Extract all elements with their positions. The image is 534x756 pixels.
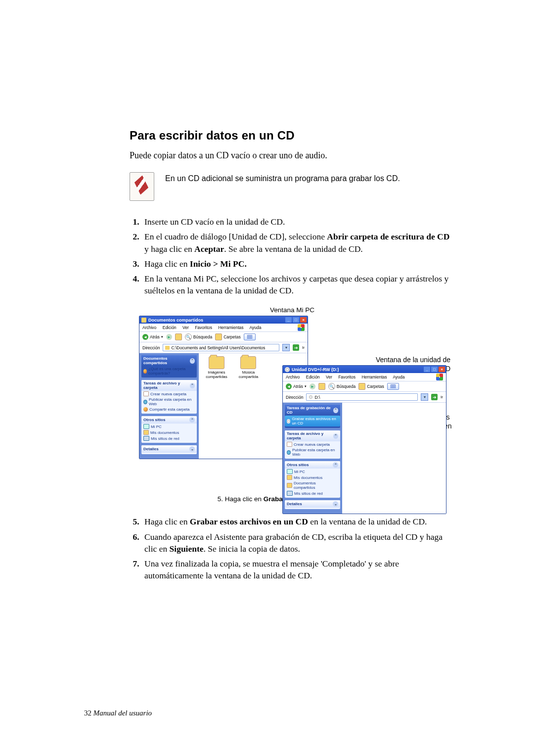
expand-icon[interactable]: ⌄ [333,501,338,507]
back-button[interactable]: ◄Atrás▾ [286,383,307,389]
step-5: Haga clic en Grabar estos archivos en un… [141,516,455,527]
window-cd-drive: Unidad DVD+/-RW (D:) _ □ × Archivo Edici… [282,365,446,514]
views-button[interactable] [244,333,256,340]
page-footer: 32 Manual del usuario [84,709,152,717]
search-button[interactable]: 🔍Búsqueda [185,333,212,340]
panel-file-tasks: Tareas de archivo y carpeta⌃ Crear nueva… [141,380,197,414]
panel-details: Detalles⌄ [141,445,197,454]
panel-other-places: Otros sitios⌃ Mi PC Mis documentos Docum… [285,461,340,498]
pencil-note-icon [130,172,154,201]
menu-ayuda[interactable]: Ayuda [249,325,261,330]
menubar[interactable]: Archivo Edición Ver Favoritos Herramient… [283,373,446,381]
link-burn-cd[interactable]: Grabar estos archivos en un CD [285,416,340,426]
link-publish-web[interactable]: Publicar esta carpeta en Web [285,447,340,457]
link-new-folder[interactable]: Crear nueva carpeta [141,391,197,397]
link-mis-docs[interactable]: Mis documentos [285,474,340,480]
collapse-icon[interactable]: ⌃ [333,408,338,413]
panel-cd-tasks: Tareas de grabación de CD⌃ Grabar estos … [285,405,340,428]
content-area[interactable] [342,403,446,514]
address-input[interactable]: C:\Documents and Settings\All Users\Docu… [163,344,279,351]
menu-ayuda[interactable]: Ayuda [393,375,404,379]
panel-details: Detalles⌄ [285,500,340,509]
menu-archivo[interactable]: Archivo [286,375,300,379]
panel-other-places: Otros sitios⌃ Mi PC Mis documentos Mis s… [141,416,197,443]
forward-button[interactable]: ► [310,383,315,389]
steps-list-1: Inserte un CD vacío en la unidad de CD. … [130,216,455,296]
menu-ver[interactable]: Ver [182,325,189,330]
address-bar: Dirección D:\ ▾ ➔ Ir [283,392,446,403]
address-dropdown[interactable]: ▾ [282,344,290,351]
folders-button[interactable]: Carpetas [358,383,384,390]
note-callout: En un CD adicional se suministra un prog… [130,172,455,201]
address-label: Dirección [286,395,303,400]
toolbar: ◄Atrás▾ ► 🔍Búsqueda Carpetas [139,332,308,342]
forward-button[interactable]: ► [166,334,172,340]
folder-icon [209,356,224,369]
link-mi-pc[interactable]: Mi PC [141,424,197,429]
search-button[interactable]: 🔍Búsqueda [328,383,356,390]
go-button[interactable]: ➔ [431,394,438,400]
link-publish-web[interactable]: Publicar esta carpeta en Web [141,397,197,407]
folder-icon [240,356,256,369]
collapse-icon[interactable]: ⌃ [190,358,195,364]
minimize-button[interactable]: _ [424,367,430,372]
address-dropdown[interactable]: ▾ [421,393,428,401]
page-number: 32 [84,709,91,717]
menu-edicion[interactable]: Edición [163,325,177,330]
menu-favoritos[interactable]: Favoritos [338,375,356,379]
views-button[interactable] [387,383,399,390]
step-3: Haga clic en Inicio > Mi PC. [141,258,455,270]
address-bar: Dirección C:\Documents and Settings\All … [139,342,308,353]
link-share-folder[interactable]: Compartir esta carpeta [141,407,197,412]
figure: Ventana Mi PC Ventana de la unidad de CD… [139,306,445,504]
folder-imagenes[interactable]: Imágenes compartidas [202,356,231,379]
maximize-button[interactable]: □ [293,317,299,323]
menu-edicion[interactable]: Edición [306,375,320,379]
step-6: Cuando aparezca el Asistente para grabac… [141,531,455,555]
menu-archivo[interactable]: Archivo [142,325,156,330]
collapse-icon[interactable]: ⌃ [333,433,338,439]
collapse-icon[interactable]: ⌃ [189,417,195,423]
titlebar[interactable]: Documentos compartidos _ □ × [139,316,308,324]
address-input[interactable]: D:\ [306,393,418,401]
back-button[interactable]: ◄Atrás▾ [142,334,163,340]
menubar[interactable]: Archivo Edición Ver Favoritos Herramient… [139,324,308,332]
up-button[interactable] [318,383,325,390]
menu-ver[interactable]: Ver [326,375,332,379]
menu-herramientas[interactable]: Herramientas [361,375,387,379]
step-4: En la ventana Mi PC, seleccione los arch… [141,273,455,296]
windows-flag-icon [298,324,305,331]
folder-musica[interactable]: Música compartida [233,356,263,379]
link-network[interactable]: Mis sitios de red [141,435,197,441]
link-shared-docs[interactable]: Documentos compartidos [285,480,340,490]
link-new-folder[interactable]: Crear nueva carpeta [285,441,340,447]
step-2: En el cuadro de diálogo [Unidad de CD], … [141,231,455,254]
expand-icon[interactable]: ⌄ [189,446,195,452]
link-mi-pc[interactable]: Mi PC [285,469,340,474]
figure-title-a: Ventana Mi PC [139,306,445,314]
link-mis-docs[interactable]: Mis documentos [141,429,197,435]
folder-icon [141,318,146,323]
panel-file-tasks: Tareas de archivo y carpeta⌃ Crear nueva… [285,430,340,459]
close-button[interactable]: × [439,367,445,372]
disc-icon [309,395,313,399]
tasks-sidebar: Documentos compartidos⌃ ¿Qué es una carp… [139,353,199,459]
link-network[interactable]: Mis sitios de red [285,490,340,496]
maximize-button[interactable]: □ [431,367,438,372]
close-button[interactable]: × [300,317,307,323]
go-button[interactable]: ➔ [293,344,299,351]
folders-button[interactable]: Carpetas [215,333,241,340]
tasks-sidebar: Tareas de grabación de CD⌃ Grabar estos … [283,403,342,514]
titlebar[interactable]: Unidad DVD+/-RW (D:) _ □ × [283,366,446,373]
menu-favoritos[interactable]: Favoritos [195,325,212,330]
collapse-icon[interactable]: ⌃ [190,383,195,388]
minimize-button[interactable]: _ [285,317,292,323]
menu-herramientas[interactable]: Herramientas [218,325,243,330]
up-button[interactable] [175,333,182,340]
steps-list-2: Haga clic en Grabar estos archivos en un… [130,516,455,581]
intro-text: Puede copiar datos a un CD vacío o crear… [130,149,455,161]
link-what-shared[interactable]: ¿Qué es una carpeta compartida? [141,366,197,376]
collapse-icon[interactable]: ⌃ [333,462,338,468]
section-heading: Para escribir datos en un CD [130,129,455,142]
step-7: Una vez finalizada la copia, se muestra … [141,558,455,581]
